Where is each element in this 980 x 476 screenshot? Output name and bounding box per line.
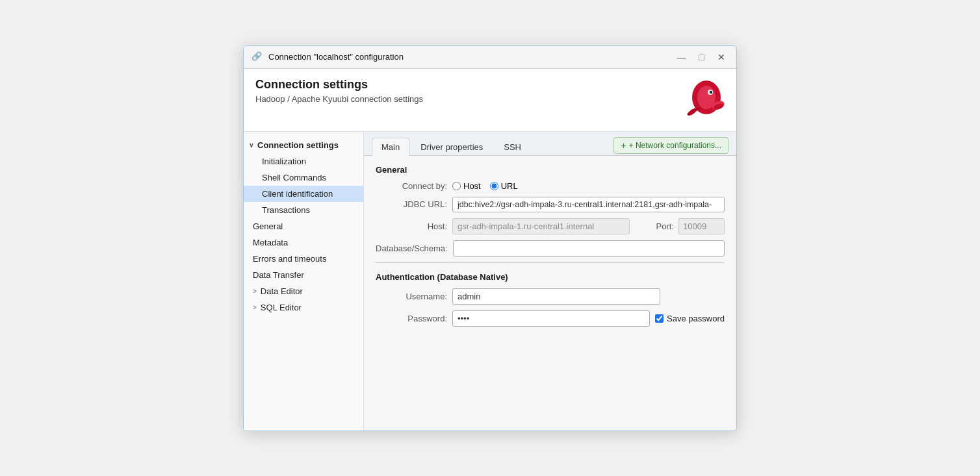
username-row: Username: admin: [376, 288, 725, 305]
sidebar-item-general[interactable]: General: [244, 218, 363, 234]
header-section: Connection settings Hadoop / Apache Kyuu…: [244, 69, 736, 132]
radio-host-label: Host: [463, 181, 481, 191]
sidebar-label-sql-editor: SQL Editor: [261, 303, 302, 312]
sidebar: ∨ Connection settings Initialization She…: [244, 132, 364, 431]
sidebar-label-errors-timeouts: Errors and timeouts: [253, 254, 326, 264]
radio-host-option[interactable]: Host: [452, 181, 481, 191]
username-label: Username:: [376, 292, 447, 301]
sidebar-item-connection-settings[interactable]: ∨ Connection settings: [244, 137, 363, 153]
title-bar-controls: — □ ✕: [674, 51, 729, 64]
sidebar-item-metadata[interactable]: Metadata: [244, 234, 363, 251]
sidebar-label-data-editor: Data Editor: [261, 286, 303, 296]
host-port-inner: gsr-adh-impala-1.ru-central1.internal Po…: [452, 218, 725, 234]
sidebar-item-shell-commands[interactable]: Shell Commands: [244, 169, 363, 186]
sidebar-label-client-identification: Client identification: [262, 189, 333, 199]
password-input[interactable]: [452, 310, 650, 327]
minimize-button[interactable]: —: [674, 51, 690, 64]
sidebar-label-data-transfer: Data Transfer: [253, 270, 304, 280]
db-schema-row: Database/Schema:: [376, 240, 725, 257]
sidebar-item-data-transfer[interactable]: Data Transfer: [244, 267, 363, 283]
db-schema-input[interactable]: [453, 240, 725, 257]
sidebar-item-initialization[interactable]: Initialization: [244, 153, 363, 169]
tab-driver-properties[interactable]: Driver properties: [411, 138, 493, 156]
chevron-right-icon: >: [253, 288, 257, 295]
tabs-header: Main Driver properties SSH + + Network c…: [364, 132, 736, 156]
jdbc-url-label: JDBC URL:: [376, 199, 447, 209]
sidebar-item-errors-timeouts[interactable]: Errors and timeouts: [244, 251, 363, 267]
app-icon: 🔗: [251, 51, 263, 63]
host-label: Host:: [376, 221, 447, 231]
window-title: Connection "localhost" configuration: [268, 52, 404, 62]
sidebar-item-data-editor[interactable]: > Data Editor: [244, 283, 363, 299]
sidebar-label-transactions: Transactions: [262, 205, 310, 215]
sidebar-label-initialization: Initialization: [262, 157, 306, 166]
chevron-down-icon: ∨: [249, 142, 253, 149]
title-bar: 🔗 Connection "localhost" configuration —…: [244, 46, 736, 69]
jdbc-url-input[interactable]: jdbc:hive2://gsr-adh-impala-3.ru-central…: [452, 197, 725, 212]
db-schema-label: Database/Schema:: [376, 244, 448, 253]
sidebar-label-connection-settings: Connection settings: [257, 140, 339, 150]
host-input[interactable]: gsr-adh-impala-1.ru-central1.internal: [452, 218, 630, 234]
radio-url-input[interactable]: [490, 182, 498, 190]
save-password-checkbox[interactable]: [655, 314, 664, 323]
username-input[interactable]: admin: [452, 288, 660, 305]
connect-by-label: Connect by:: [376, 181, 447, 191]
sidebar-item-client-identification[interactable]: Client identification: [244, 186, 363, 202]
auth-section: Authentication (Database Native) Usernam…: [376, 272, 725, 327]
main-window: 🔗 Connection "localhost" configuration —…: [243, 45, 737, 431]
svg-point-5: [710, 90, 712, 93]
page-title: Connection settings: [255, 78, 423, 92]
port-input[interactable]: 10009: [678, 218, 725, 234]
save-password-checkbox-wrap[interactable]: Save password: [655, 314, 725, 323]
chevron-right-icon-2: >: [253, 304, 257, 311]
section-divider: [376, 262, 725, 263]
sidebar-item-sql-editor[interactable]: > SQL Editor: [244, 299, 363, 316]
radio-host-input[interactable]: [452, 182, 461, 190]
connect-by-row: Connect by: Host URL: [376, 181, 725, 191]
sidebar-label-general: General: [253, 221, 283, 231]
connect-by-radio-group: Host URL: [452, 181, 518, 191]
main-panel: Main Driver properties SSH + + Network c…: [364, 132, 736, 431]
header-text: Connection settings Hadoop / Apache Kyuu…: [255, 78, 423, 104]
close-button[interactable]: ✕: [714, 51, 729, 64]
panel-content: General Connect by: Host URL: [364, 156, 736, 431]
host-port-row: Host: gsr-adh-impala-1.ru-central1.inter…: [376, 218, 725, 234]
title-bar-left: 🔗 Connection "localhost" configuration: [251, 51, 404, 63]
network-config-icon: +: [621, 140, 626, 151]
port-label: Port:: [634, 221, 674, 231]
tab-main[interactable]: Main: [372, 138, 409, 156]
save-password-label: Save password: [667, 314, 725, 323]
maximize-button[interactable]: □: [696, 51, 708, 64]
sidebar-label-metadata: Metadata: [253, 238, 288, 247]
jdbc-url-row: JDBC URL: jdbc:hive2://gsr-adh-impala-3.…: [376, 197, 725, 212]
page-subtitle: Hadoop / Apache Kyuubi connection settin…: [255, 94, 423, 104]
general-section-label: General: [376, 165, 725, 175]
sidebar-label-shell-commands: Shell Commands: [262, 173, 326, 182]
content-area: ∨ Connection settings Initialization She…: [244, 132, 736, 431]
password-label: Password:: [376, 314, 447, 323]
tab-ssh[interactable]: SSH: [494, 138, 531, 156]
tabs-left: Main Driver properties SSH: [372, 137, 532, 155]
sidebar-item-transactions[interactable]: Transactions: [244, 202, 363, 218]
radio-url-label: URL: [501, 181, 518, 191]
radio-url-option[interactable]: URL: [490, 181, 518, 191]
password-row: Password: Save password: [376, 310, 725, 327]
network-config-label: + Network configurations...: [629, 141, 721, 150]
network-config-button[interactable]: + + Network configurations...: [613, 137, 729, 154]
app-logo: [678, 78, 725, 125]
auth-section-label: Authentication (Database Native): [376, 272, 725, 282]
